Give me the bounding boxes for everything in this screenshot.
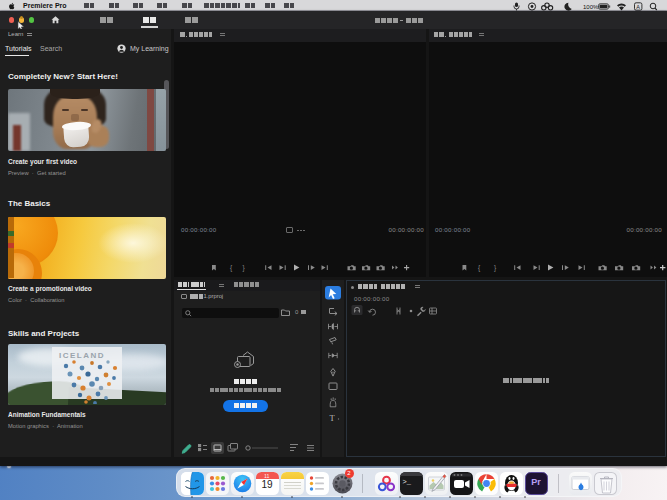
svg-text:A: A: [636, 3, 640, 9]
svg-text:{: {: [478, 264, 481, 272]
svg-text:}: }: [494, 264, 497, 272]
svg-text:100%: 100%: [583, 4, 599, 10]
svg-text:T: T: [330, 413, 336, 423]
svg-text:}: }: [243, 264, 246, 272]
svg-text:{: {: [230, 264, 233, 272]
